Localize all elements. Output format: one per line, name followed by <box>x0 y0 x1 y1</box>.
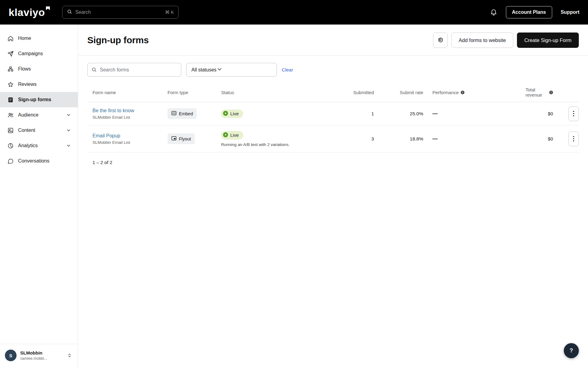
status-badge: Live <box>221 109 243 118</box>
bell-icon <box>490 8 497 17</box>
create-signup-form-button[interactable]: Create Sign-up Form <box>517 33 579 48</box>
table-header: Form name Form type Status Submitted Sub… <box>87 84 579 102</box>
notifications-button[interactable] <box>490 8 497 17</box>
sidebar-item-label: Sign-up forms <box>18 97 51 102</box>
chevron-down-icon <box>66 143 71 148</box>
form-name-cell: Be the first to know SLMobbin Email List <box>87 108 168 120</box>
logo-flag-icon <box>46 6 50 10</box>
kebab-dot <box>573 138 574 140</box>
form-document-icon <box>7 97 14 103</box>
forms-table: Form name Form type Status Submitted Sub… <box>87 84 579 152</box>
settings-button[interactable] <box>433 33 448 48</box>
account-plans-button[interactable]: Account Plans <box>506 6 552 18</box>
sidebar-item-flows[interactable]: Flows <box>0 61 78 77</box>
sidebar-item-label: Flows <box>18 66 31 72</box>
filters-bar: All statuses Clear <box>87 63 579 77</box>
form-type-badge: Embed <box>168 108 197 119</box>
submitted-value: 3 <box>331 136 374 142</box>
pagination-status: 1 – 2 of 2 <box>92 160 588 165</box>
chevron-down-icon <box>66 113 71 117</box>
live-play-icon <box>223 132 228 138</box>
user-name: SLMobbin <box>20 350 47 355</box>
column-header-status: Status <box>221 90 331 95</box>
form-name-cell: Email Popup SLMobbin Email List <box>87 133 168 145</box>
form-type-cell: Flyout <box>168 133 221 144</box>
search-icon <box>67 9 72 16</box>
gear-icon <box>437 36 443 44</box>
sidebar-item-label: Campaigns <box>18 51 43 56</box>
global-search-input[interactable] <box>75 10 162 15</box>
sidebar-item-label: Content <box>18 128 35 133</box>
total-revenue-value: $0 <box>526 136 553 142</box>
status-filter-select[interactable]: All statuses <box>186 63 277 77</box>
avatar: S <box>5 350 17 361</box>
search-shortcut-hint: ⌘ K <box>165 10 174 15</box>
column-header-form-name: Form name <box>87 90 168 95</box>
sidebar-item-reviews[interactable]: Reviews <box>0 77 78 92</box>
status-badge: Live <box>221 131 243 140</box>
live-play-icon <box>223 111 228 117</box>
main-content: Sign-up forms Add forms to website Creat… <box>78 25 588 368</box>
row-actions-cell <box>553 132 579 146</box>
kebab-dot <box>573 111 574 112</box>
sidebar-item-home[interactable]: Home <box>0 31 78 46</box>
form-type-badge: Flyout <box>168 133 195 144</box>
help-button[interactable]: ? <box>564 343 579 358</box>
flyout-icon <box>171 136 177 142</box>
sidebar-item-signup-forms[interactable]: Sign-up forms <box>0 92 78 107</box>
info-icon[interactable] <box>549 90 553 94</box>
sidebar-item-campaigns[interactable]: Campaigns <box>0 46 78 61</box>
sidebar-item-content[interactable]: Content <box>0 123 78 138</box>
user-meta: SLMobbin samlee.mobbi... <box>20 350 47 361</box>
form-list-name: SLMobbin Email List <box>92 115 168 120</box>
column-header-submit-rate: Submit rate <box>374 90 423 95</box>
column-header-total-revenue-label: Total revenue <box>526 87 547 98</box>
forms-search-input[interactable] <box>87 63 181 77</box>
submit-rate-value: 25.0% <box>374 111 423 117</box>
form-type-label: Flyout <box>179 136 191 141</box>
performance-dash: — <box>432 111 438 117</box>
people-icon <box>7 112 14 118</box>
row-actions-menu-button[interactable] <box>568 132 579 146</box>
row-actions-menu-button[interactable] <box>568 106 579 121</box>
image-icon <box>7 127 14 134</box>
status-label: Live <box>230 132 239 138</box>
table-row: Email Popup SLMobbin Email List Flyout L… <box>87 125 579 152</box>
clear-filters-link[interactable]: Clear <box>282 67 293 73</box>
form-type-label: Embed <box>179 111 193 116</box>
header-actions: Add forms to website Create Sign-up Form <box>433 33 579 48</box>
column-header-total-revenue: Total revenue <box>526 87 553 98</box>
chevron-down-icon <box>66 128 71 133</box>
performance-dash: — <box>432 136 438 142</box>
status-filter-value: All statuses <box>191 67 217 73</box>
sidebar-item-audience[interactable]: Audience <box>0 107 78 123</box>
submit-rate-value: 18.8% <box>374 136 423 142</box>
forms-search[interactable] <box>87 63 181 77</box>
embed-icon <box>171 110 177 117</box>
status-label: Live <box>230 111 239 116</box>
sidebar-item-label: Reviews <box>18 82 36 87</box>
sidebar-item-conversations[interactable]: Conversations <box>0 153 78 169</box>
pie-chart-icon <box>7 143 14 149</box>
page-title: Sign-up forms <box>87 35 149 45</box>
add-forms-to-website-button[interactable]: Add forms to website <box>451 33 513 48</box>
form-name-link[interactable]: Be the first to know <box>92 108 134 113</box>
form-type-cell: Embed <box>168 108 221 119</box>
form-name-link[interactable]: Email Popup <box>92 133 120 139</box>
kebab-dot <box>573 136 574 137</box>
global-search[interactable]: ⌘ K <box>62 6 179 19</box>
sidebar-item-label: Conversations <box>18 158 49 164</box>
performance-value: — <box>423 136 526 142</box>
flow-icon <box>7 66 14 72</box>
sidebar-item-label: Analytics <box>18 143 38 148</box>
info-icon[interactable] <box>461 90 465 94</box>
status-cell: Live Running an A/B test with 2 variatio… <box>221 131 331 147</box>
sidebar-item-analytics[interactable]: Analytics <box>0 138 78 153</box>
performance-value: — <box>423 111 526 117</box>
column-header-performance-label: Performance <box>432 90 459 95</box>
status-cell: Live <box>221 109 331 118</box>
row-actions-cell <box>553 106 579 121</box>
account-switcher[interactable]: S SLMobbin samlee.mobbi... <box>0 344 78 368</box>
support-link[interactable]: Support <box>561 10 579 15</box>
klaviyo-logo[interactable]: klaviyo <box>9 7 50 17</box>
